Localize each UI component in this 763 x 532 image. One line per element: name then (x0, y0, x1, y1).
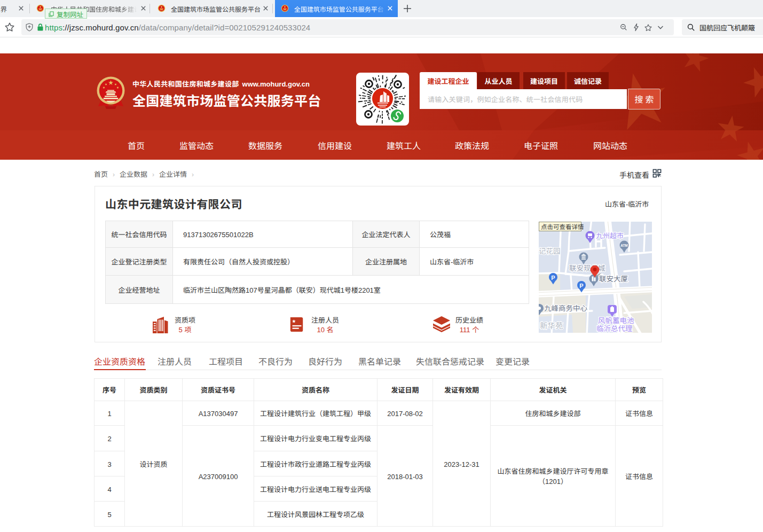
svg-text:点击可查看详情: 点击可查看详情 (541, 222, 584, 231)
svg-text:ATM: ATM (620, 242, 628, 248)
svg-text:记花园: 记花园 (539, 245, 561, 256)
svg-text:九峰商务中心: 九峰商务中心 (544, 302, 587, 313)
svg-text:临沂总代理: 临沂总代理 (596, 323, 633, 333)
svg-text:联安大厦: 联安大厦 (599, 273, 628, 284)
svg-text:联安现代城: 联安现代城 (569, 262, 605, 273)
svg-text:新华苑: 新华苑 (540, 319, 563, 331)
svg-text:P: P (579, 281, 583, 290)
svg-text:P: P (551, 273, 555, 281)
svg-text:九州超市: 九州超市 (596, 230, 624, 240)
